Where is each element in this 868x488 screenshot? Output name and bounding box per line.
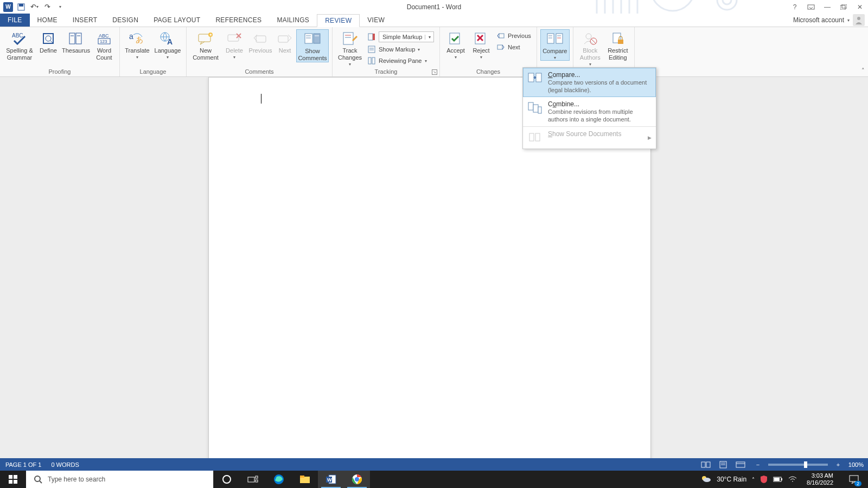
svg-rect-52 [497, 45, 502, 49]
chevron-down-icon[interactable]: ▾ [425, 35, 433, 40]
compare-button[interactable]: Compare▾ [540, 29, 570, 61]
read-mode-icon[interactable] [699, 460, 713, 470]
tab-page-layout[interactable]: PAGE LAYOUT [146, 14, 208, 27]
block-authors-button[interactable]: Block Authors▾ [577, 29, 604, 67]
svg-point-84 [223, 476, 231, 483]
help-icon[interactable]: ? [789, 2, 801, 12]
battery-icon[interactable] [773, 477, 783, 482]
search-placeholder: Type here to search [48, 476, 105, 483]
svg-rect-68 [538, 107, 541, 113]
svg-rect-7 [842, 4, 847, 8]
status-words[interactable]: 0 WORDS [51, 461, 79, 468]
ribbon-options-icon[interactable] [805, 2, 817, 12]
notification-badge: 2 [854, 481, 861, 486]
qat-customize-icon[interactable]: ▾ [55, 2, 65, 12]
notifications-icon[interactable]: 2 [843, 471, 865, 488]
svg-rect-78 [9, 475, 12, 479]
close-icon[interactable]: ✕ [854, 2, 866, 12]
tab-mailings[interactable]: MAILINGS [269, 14, 317, 27]
svg-text:a: a [129, 32, 133, 41]
account-label[interactable]: Microsoft account [793, 16, 844, 24]
reviewing-pane-button[interactable]: Reviewing Pane ▾ [365, 55, 436, 66]
edge-app-icon[interactable] [266, 471, 292, 488]
explorer-app-icon[interactable] [292, 471, 318, 488]
language-button[interactable]: A Language▾ [152, 29, 183, 60]
print-layout-icon[interactable] [716, 460, 730, 470]
show-comments-button[interactable]: Show Comments [296, 29, 329, 62]
avatar[interactable] [853, 14, 865, 26]
svg-rect-40 [368, 34, 373, 40]
tab-view[interactable]: VIEW [360, 14, 392, 27]
svg-line-12 [50, 40, 53, 43]
web-layout-icon[interactable] [733, 460, 748, 470]
group-label: Language [120, 68, 186, 76]
svg-rect-32 [305, 34, 312, 43]
group-label: Tracking↘ [333, 68, 439, 76]
wifi-icon[interactable] [788, 476, 797, 483]
redo-icon[interactable]: ↷ [42, 2, 52, 12]
menu-desc: Compare two versions of a document (lega… [548, 79, 652, 94]
previous-change-button[interactable]: Previous [494, 30, 533, 41]
next-comment-button[interactable]: Next [275, 29, 295, 54]
collapse-ribbon-icon[interactable]: ˄ [861, 67, 865, 74]
svg-text:A: A [167, 37, 173, 46]
restrict-editing-button[interactable]: Restrict Editing [605, 29, 631, 61]
taskbar-clock[interactable]: 3:03 AM 8/16/2022 [802, 472, 838, 486]
svg-rect-100 [774, 478, 780, 481]
tab-file[interactable]: FILE [0, 14, 30, 27]
tab-review[interactable]: REVIEW [317, 14, 360, 27]
taskbar-search[interactable]: Type here to search [26, 471, 214, 488]
zoom-in-icon[interactable]: + [831, 460, 845, 470]
tray-chevron-icon[interactable]: ˄ [752, 477, 755, 483]
next-change-button[interactable]: Next [494, 42, 533, 53]
chrome-app-icon[interactable] [344, 471, 370, 488]
menu-item-combine[interactable]: Combine... Combine revisions from multip… [523, 97, 656, 126]
chevron-down-icon[interactable]: ▾ [847, 18, 850, 23]
task-view-icon[interactable] [240, 471, 266, 488]
compare-dropdown-menu: Compare... Compare two versions of a doc… [522, 67, 656, 149]
markup-mode-select[interactable]: Simple Markup▾ [365, 30, 436, 43]
show-markup-button[interactable]: Show Markup ▾ [365, 44, 436, 55]
track-changes-button[interactable]: Track Changes▾ [336, 29, 364, 67]
new-comment-button[interactable]: ✦ New Comment [190, 29, 221, 61]
compare-docs-icon [527, 71, 542, 86]
spelling-grammar-button[interactable]: ABC Spelling & Grammar [3, 29, 36, 61]
thesaurus-button[interactable]: Thesaurus [61, 29, 91, 54]
svg-rect-30 [256, 36, 266, 42]
define-button[interactable]: Define [37, 29, 60, 54]
status-page[interactable]: PAGE 1 OF 1 [5, 461, 41, 468]
zoom-slider[interactable] [768, 464, 828, 466]
weather-text[interactable]: 30°C Rain [717, 476, 746, 483]
weather-icon[interactable] [700, 474, 711, 484]
maximize-icon[interactable] [838, 2, 850, 12]
svg-rect-42 [368, 46, 375, 53]
word-app-icon[interactable]: W [318, 471, 344, 488]
next-change-icon [496, 43, 505, 52]
previous-comment-button[interactable]: Previous [247, 29, 273, 54]
svg-rect-37 [343, 33, 353, 44]
translate-button[interactable]: aあ Translate▾ [123, 29, 151, 60]
cortana-icon[interactable] [214, 471, 240, 488]
undo-icon[interactable]: ↶ ▾ [29, 2, 39, 12]
svg-point-1 [723, 0, 731, 4]
svg-point-59 [586, 34, 591, 39]
zoom-out-icon[interactable]: − [751, 460, 765, 470]
svg-point-8 [857, 17, 860, 20]
svg-rect-64 [528, 73, 534, 82]
minimize-icon[interactable]: — [821, 2, 833, 12]
dialog-launcher-icon[interactable]: ↘ [432, 69, 437, 75]
menu-item-compare[interactable]: Compare... Compare two versions of a doc… [523, 68, 656, 97]
accept-button[interactable]: Accept▾ [443, 29, 468, 60]
zoom-level[interactable]: 100% [848, 461, 864, 468]
menu-desc: Combine revisions from multiple authors … [548, 108, 652, 123]
security-icon[interactable] [760, 475, 768, 484]
tab-insert[interactable]: INSERT [65, 14, 105, 27]
start-button[interactable] [0, 471, 26, 488]
delete-comment-button[interactable]: Delete▾ [222, 29, 246, 60]
tab-design[interactable]: DESIGN [105, 14, 146, 27]
tab-home[interactable]: HOME [30, 14, 65, 27]
tab-references[interactable]: REFERENCES [208, 14, 269, 27]
reject-button[interactable]: Reject▾ [469, 29, 493, 60]
word-count-button[interactable]: ABC123 Word Count [92, 29, 116, 61]
save-icon[interactable] [16, 2, 26, 12]
